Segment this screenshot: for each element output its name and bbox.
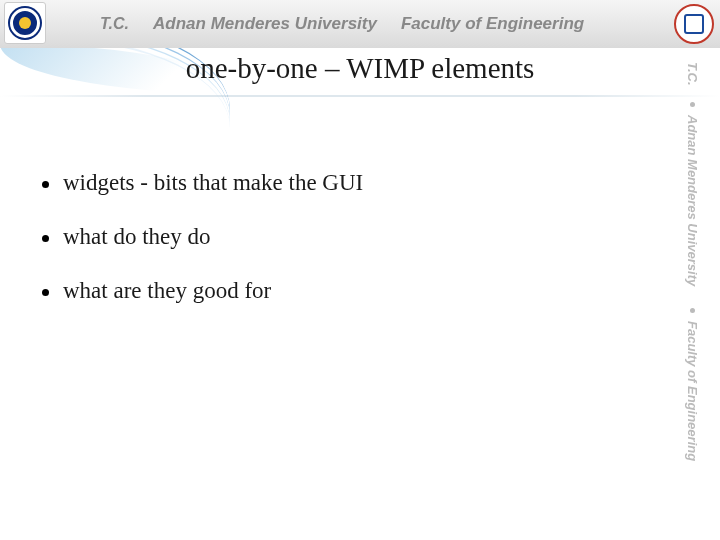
faculty-logo-right (674, 4, 714, 44)
university-emblem-icon (10, 8, 40, 38)
faculty-emblem-icon (684, 14, 704, 34)
header-faculty-label: Faculty of Engineering (401, 14, 584, 34)
header-bar: T.C. Adnan Menderes University Faculty o… (0, 0, 720, 48)
header-text-group: T.C. Adnan Menderes University Faculty o… (100, 14, 660, 34)
side-watermark: T.C. Adnan Menderes University Faculty o… (674, 62, 710, 530)
slide-title: one-by-one – WIMP elements (0, 52, 720, 85)
bullet-list: widgets - bits that make the GUI what do… (42, 170, 630, 332)
list-item: widgets - bits that make the GUI (42, 170, 630, 196)
bullet-icon (42, 181, 49, 188)
bullet-icon (42, 235, 49, 242)
side-dot-icon (690, 308, 695, 313)
bullet-text: widgets - bits that make the GUI (63, 170, 363, 196)
header-university-label: Adnan Menderes University (153, 14, 377, 34)
side-university-label: Adnan Menderes University (685, 115, 700, 286)
bullet-icon (42, 289, 49, 296)
side-faculty-label: Faculty of Engineering (685, 321, 700, 461)
side-dot-icon (690, 102, 695, 107)
list-item: what do they do (42, 224, 630, 250)
list-item: what are they good for (42, 278, 630, 304)
header-underline (0, 95, 720, 97)
university-logo-left (4, 2, 46, 44)
bullet-text: what are they good for (63, 278, 271, 304)
bullet-text: what do they do (63, 224, 211, 250)
header-tc-label: T.C. (100, 15, 129, 33)
